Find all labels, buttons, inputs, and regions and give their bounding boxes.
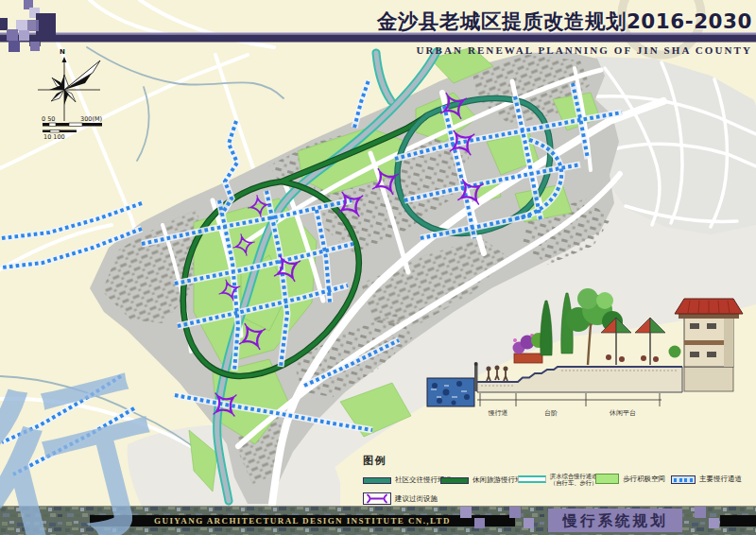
pedestrian-space-swatch (595, 474, 619, 484)
section-label-platform: 休闲平台 (604, 408, 642, 418)
compass-north-label: N (60, 48, 65, 56)
legend-label: （自行车、步行） (550, 479, 597, 486)
waterfront-swatch (518, 475, 546, 483)
legend-item-waterfront: 滨水综合慢行通道 （自行车、步行） (518, 473, 597, 486)
community-ring-swatch (363, 477, 391, 484)
page-subtitle: URBAN RENEWAL PLANNING OF JIN SHA COUNTY (416, 44, 752, 56)
legend-label: 滨水综合慢行通道 (550, 473, 597, 479)
section-label-path: 慢行道 (481, 408, 515, 418)
legend-item-leisure-ring: 休闲旅游慢行环道 (440, 475, 529, 485)
legend-heading: 图例 (363, 454, 387, 468)
legend-item-main-corridor: 主要慢行通道 (671, 475, 742, 484)
legend-item-pedestrian-space: 步行积极空间 (595, 474, 665, 484)
leisure-ring-swatch (440, 477, 469, 484)
institute-name: GUIYANG ARCHITECTURAL DESIGN INSTITUTE C… (90, 515, 515, 526)
main-corridor-swatch (671, 475, 696, 484)
scale-label-bottom: 10 100 (43, 133, 65, 141)
right-band (720, 515, 756, 526)
page-title: 金沙县老城区提质改造规划2016-2030 (377, 8, 752, 35)
scale-label-right: 300(M) (80, 115, 102, 123)
legend-label: 步行积极空间 (623, 475, 665, 484)
planning-poster: { "poster": { "title_cn": "金沙县老城区提质改造规划2… (0, 0, 756, 535)
plan-name: 慢行系统规划 (548, 509, 682, 532)
crossing-facility-swatch (363, 492, 391, 505)
crossing-icon (365, 493, 389, 504)
section-label-steps: 台阶 (534, 408, 568, 418)
scale-label-left: 0 50 (42, 115, 55, 123)
legend-label: 建议过街设施 (395, 494, 438, 504)
legend-label: 主要慢行通道 (699, 475, 742, 484)
legend-item-community-ring: 社区交往慢行环道 (363, 475, 452, 485)
legend-item-crossing: 建议过街设施 (363, 492, 438, 505)
